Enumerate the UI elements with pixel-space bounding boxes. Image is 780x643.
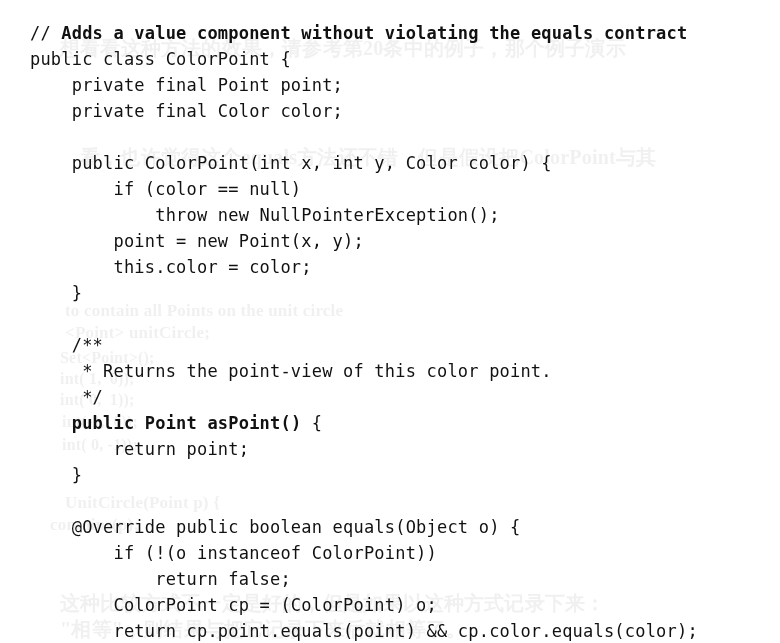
code-line: }	[30, 283, 82, 303]
code-line: }	[30, 465, 82, 485]
code-listing: // Adds a value component without violat…	[0, 0, 780, 643]
code-line: /**	[30, 335, 103, 355]
code-line: */	[30, 387, 103, 407]
code-line: ColorPoint cp = (ColorPoint) o;	[30, 595, 437, 615]
code-comment-bold: Adds a value component without violating…	[61, 23, 687, 43]
code-line: point = new Point(x, y);	[30, 231, 364, 251]
code-line	[30, 413, 72, 433]
code-line: //	[30, 23, 61, 43]
code-line: * Returns the point-view of this color p…	[30, 361, 552, 381]
code-line: @Override public boolean equals(Object o…	[30, 517, 520, 537]
code-line: return cp.point.equals(point) && cp.colo…	[30, 621, 698, 641]
code-line: return false;	[30, 569, 291, 589]
scanned-code-page: 想看看这种方法的效果，请参考第20条中的例子，那个例子演示 看，也许觉得这个eq…	[0, 0, 780, 643]
code-line: throw new NullPointerException();	[30, 205, 500, 225]
code-line: this.color = color;	[30, 257, 312, 277]
code-line: {	[301, 413, 322, 433]
method-signature-bold: public Point asPoint()	[72, 413, 302, 433]
code-line: if (color == null)	[30, 179, 301, 199]
code-line: private final Point point;	[30, 75, 343, 95]
code-line: private final Color color;	[30, 101, 343, 121]
code-line: public ColorPoint(int x, int y, Color co…	[30, 153, 552, 173]
code-line: if (!(o instanceof ColorPoint))	[30, 543, 437, 563]
code-line: public class ColorPoint {	[30, 49, 291, 69]
code-line: return point;	[30, 439, 249, 459]
